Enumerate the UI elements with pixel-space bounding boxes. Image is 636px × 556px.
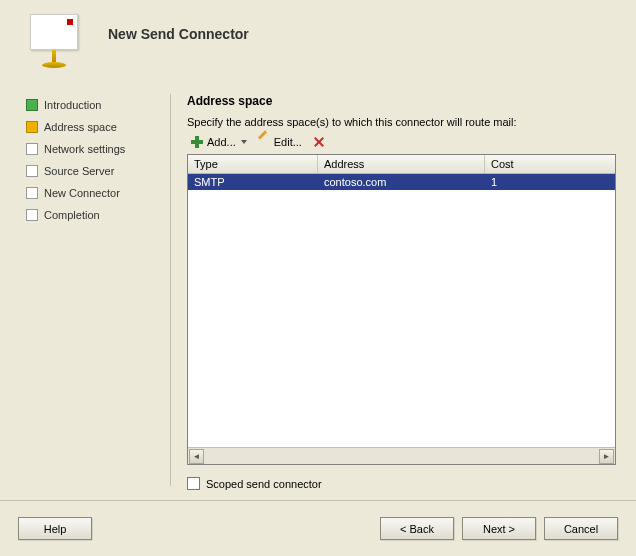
cell-cost: 1	[485, 174, 615, 190]
delete-icon	[312, 135, 326, 149]
step-label: New Connector	[44, 187, 120, 199]
cell-address: contoso.com	[318, 174, 485, 190]
step-label: Address space	[44, 121, 117, 133]
current-step-icon	[26, 121, 38, 133]
wizard-window: New Send Connector Introduction Address …	[0, 0, 636, 556]
scroll-left-button[interactable]: ◄	[189, 449, 204, 464]
step-completion: Completion	[26, 204, 160, 226]
next-button[interactable]: Next >	[462, 517, 536, 540]
table-header: Type Address Cost	[188, 155, 615, 174]
step-network-settings: Network settings	[26, 138, 160, 160]
step-label: Introduction	[44, 99, 101, 111]
address-space-toolbar: Add... Edit...	[187, 132, 616, 154]
add-button[interactable]: Add...	[187, 134, 250, 150]
wizard-steps-sidebar: Introduction Address space Network setti…	[0, 80, 170, 500]
step-label: Completion	[44, 209, 100, 221]
plus-icon	[190, 135, 204, 149]
pending-step-icon	[26, 209, 38, 221]
col-type[interactable]: Type	[188, 155, 318, 173]
edit-button[interactable]: Edit...	[254, 134, 305, 150]
cell-type: SMTP	[188, 174, 318, 190]
help-button[interactable]: Help	[18, 517, 92, 540]
page-heading: Address space	[187, 94, 616, 108]
scroll-right-button[interactable]: ►	[599, 449, 614, 464]
step-source-server: Source Server	[26, 160, 160, 182]
wizard-content: Address space Specify the address space(…	[171, 80, 636, 500]
col-address[interactable]: Address	[318, 155, 485, 173]
step-introduction: Introduction	[26, 94, 160, 116]
scoped-connector-label: Scoped send connector	[206, 478, 322, 490]
wizard-footer: Help < Back Next > Cancel	[0, 500, 636, 556]
pencil-icon	[257, 135, 271, 149]
page-description: Specify the address space(s) to which th…	[187, 116, 616, 128]
scoped-connector-checkbox[interactable]	[187, 477, 200, 490]
table-body: SMTP contoso.com 1	[188, 174, 615, 447]
pending-step-icon	[26, 187, 38, 199]
add-label: Add...	[207, 136, 236, 148]
scoped-connector-row: Scoped send connector	[187, 477, 616, 490]
step-label: Network settings	[44, 143, 125, 155]
table-row[interactable]: SMTP contoso.com 1	[188, 174, 615, 190]
cancel-button[interactable]: Cancel	[544, 517, 618, 540]
step-new-connector: New Connector	[26, 182, 160, 204]
wizard-title: New Send Connector	[108, 26, 249, 42]
pending-step-icon	[26, 165, 38, 177]
address-space-table: Type Address Cost SMTP contoso.com 1 ◄ ►	[187, 154, 616, 465]
delete-button[interactable]	[309, 134, 329, 150]
edit-label: Edit...	[274, 136, 302, 148]
wizard-header: New Send Connector	[0, 0, 636, 80]
stand-icon	[42, 50, 66, 70]
back-button[interactable]: < Back	[380, 517, 454, 540]
horizontal-scrollbar[interactable]: ◄ ►	[188, 447, 615, 464]
wizard-body: Introduction Address space Network setti…	[0, 80, 636, 500]
step-address-space: Address space	[26, 116, 160, 138]
envelope-icon	[30, 14, 78, 50]
col-cost[interactable]: Cost	[485, 155, 615, 173]
check-icon	[26, 99, 38, 111]
pending-step-icon	[26, 143, 38, 155]
step-label: Source Server	[44, 165, 114, 177]
dropdown-arrow-icon	[241, 140, 247, 144]
